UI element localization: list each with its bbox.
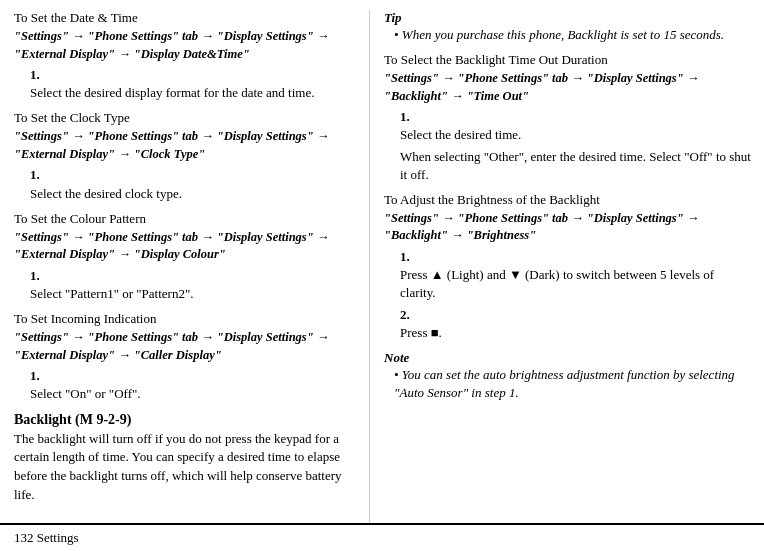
step-date-time-1: 1. Select the desired display format for… bbox=[30, 66, 357, 102]
step-num: 1. bbox=[400, 108, 414, 126]
tip-bullet-1: When you purchase this phone, Backlight … bbox=[394, 26, 752, 44]
left-column: To Set the Date & Time "Settings" → "Pho… bbox=[0, 10, 370, 523]
step-num: 1. bbox=[30, 367, 44, 385]
step-text: Press ▲ (Light) and ▼ (Dark) to switch b… bbox=[400, 266, 736, 302]
step-text: Select the desired display format for th… bbox=[30, 84, 341, 102]
heading-set-incoming-indication: To Set Incoming Indication bbox=[14, 311, 357, 327]
path-set-incoming-indication: "Settings" → "Phone Settings" tab → "Dis… bbox=[14, 329, 357, 364]
step-timeout-1: 1. Select the desired time. bbox=[400, 108, 752, 144]
heading-note: Note bbox=[384, 350, 752, 366]
section-adjust-brightness: To Adjust the Brightness of the Backligh… bbox=[384, 192, 752, 342]
step-text: Press ■. bbox=[400, 324, 736, 342]
heading-adjust-brightness: To Adjust the Brightness of the Backligh… bbox=[384, 192, 752, 208]
page: To Set the Date & Time "Settings" → "Pho… bbox=[0, 0, 764, 551]
section-backlight-timeout: To Select the Backlight Time Out Duratio… bbox=[384, 52, 752, 184]
step-text: Select "Pattern1" or "Pattern2". bbox=[30, 285, 341, 303]
step-num: 1. bbox=[30, 267, 44, 285]
heading-backlight: Backlight (M 9-2-9) bbox=[14, 412, 357, 428]
section-tip: Tip When you purchase this phone, Backli… bbox=[384, 10, 752, 44]
path-set-date-time: "Settings" → "Phone Settings" tab → "Dis… bbox=[14, 28, 357, 63]
section-note: Note You can set the auto brightness adj… bbox=[384, 350, 752, 402]
step-num: 1. bbox=[30, 166, 44, 184]
path-adjust-brightness: "Settings" → "Phone Settings" tab → "Dis… bbox=[384, 210, 752, 245]
step-incoming-indication-1: 1. Select "On" or "Off". bbox=[30, 367, 357, 403]
step-clock-type-1: 1. Select the desired clock type. bbox=[30, 166, 357, 202]
path-backlight-timeout: "Settings" → "Phone Settings" tab → "Dis… bbox=[384, 70, 752, 105]
section-set-date-time: To Set the Date & Time "Settings" → "Pho… bbox=[14, 10, 357, 102]
heading-set-colour-pattern: To Set the Colour Pattern bbox=[14, 211, 357, 227]
step-num: 1. bbox=[400, 248, 414, 266]
path-set-colour-pattern: "Settings" → "Phone Settings" tab → "Dis… bbox=[14, 229, 357, 264]
step-text: Select the desired time. bbox=[400, 126, 736, 144]
heading-set-date-time: To Set the Date & Time bbox=[14, 10, 357, 26]
footer-text: 132 Settings bbox=[14, 530, 79, 545]
heading-set-clock-type: To Set the Clock Type bbox=[14, 110, 357, 126]
footer: 132 Settings bbox=[0, 523, 764, 551]
step-colour-pattern-1: 1. Select "Pattern1" or "Pattern2". bbox=[30, 267, 357, 303]
step-text: Select "On" or "Off". bbox=[30, 385, 341, 403]
section-set-clock-type: To Set the Clock Type "Settings" → "Phon… bbox=[14, 110, 357, 202]
step-brightness-2: 2. Press ■. bbox=[400, 306, 752, 342]
right-column: Tip When you purchase this phone, Backli… bbox=[370, 10, 764, 523]
step-timeout-1-sub: When selecting "Other", enter the desire… bbox=[400, 148, 752, 184]
heading-tip: Tip bbox=[384, 10, 752, 26]
step-num: 2. bbox=[400, 306, 414, 324]
section-backlight: Backlight (M 9-2-9) The backlight will t… bbox=[14, 412, 357, 505]
section-set-incoming-indication: To Set Incoming Indication "Settings" → … bbox=[14, 311, 357, 403]
heading-backlight-timeout: To Select the Backlight Time Out Duratio… bbox=[384, 52, 752, 68]
step-brightness-1: 1. Press ▲ (Light) and ▼ (Dark) to switc… bbox=[400, 248, 752, 303]
step-text: Select the desired clock type. bbox=[30, 185, 341, 203]
path-set-clock-type: "Settings" → "Phone Settings" tab → "Dis… bbox=[14, 128, 357, 163]
content-area: To Set the Date & Time "Settings" → "Pho… bbox=[0, 0, 764, 523]
section-set-colour-pattern: To Set the Colour Pattern "Settings" → "… bbox=[14, 211, 357, 303]
step-num: 1. bbox=[30, 66, 44, 84]
note-bullet-1: You can set the auto brightness adjustme… bbox=[394, 366, 752, 402]
backlight-body: The backlight will turn off if you do no… bbox=[14, 430, 357, 505]
